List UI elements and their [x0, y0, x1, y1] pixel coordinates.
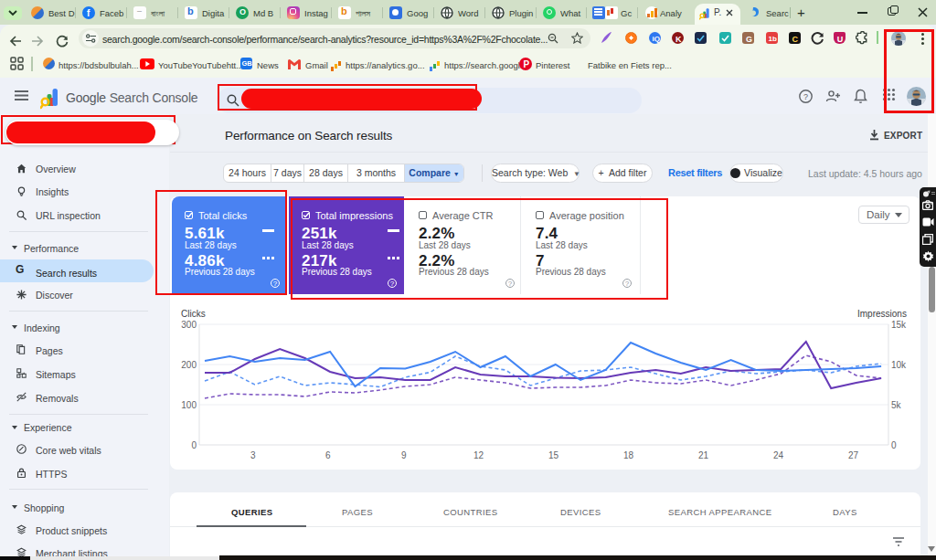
svg-text:?: ?: [803, 92, 808, 101]
